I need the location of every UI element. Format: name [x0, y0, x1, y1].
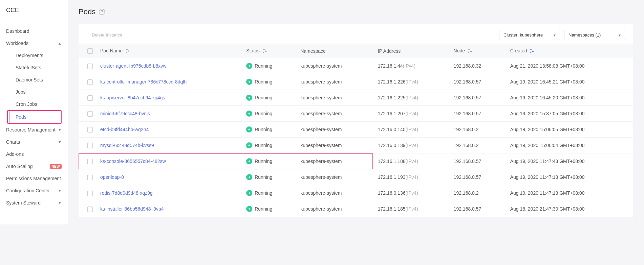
- col-status[interactable]: Status: [241, 44, 296, 58]
- pod-name-link[interactable]: minio-56f79ccc48-bvnjs: [100, 111, 150, 116]
- node-cell: 192.168.0.57: [449, 201, 506, 217]
- status-text: Running: [255, 159, 272, 164]
- status-text: Running: [255, 190, 272, 196]
- created-cell: Aug 18, 2020 21:47:30 GMT+08:00: [506, 201, 633, 217]
- sort-icon: [530, 48, 534, 54]
- chevron-down-icon: ▼: [58, 189, 62, 193]
- table-row: ks-apiserver-8b47ccb94-kg4gsRunningkubes…: [79, 90, 633, 106]
- delete-instance-button[interactable]: Delete Instance: [87, 30, 127, 40]
- toolbar: Delete Instance Cluster: kubesphere ▼ Na…: [79, 24, 633, 44]
- pod-name-link[interactable]: redis-7d8d9d9d48-xqz9g: [100, 190, 153, 196]
- namespace-filter-dropdown[interactable]: Namespaces (1) ▼: [564, 30, 625, 40]
- table-row: ks-console-8656557c84-482swRunningkubesp…: [79, 153, 633, 169]
- ip-text: 172.16.0.140: [378, 127, 406, 132]
- ip-text: 172.16.1.185: [378, 206, 406, 212]
- ip-type-text: (IPv4): [405, 127, 418, 132]
- col-ip-label: IP Address: [378, 48, 401, 54]
- sidebar-item-label: Charts: [6, 139, 20, 145]
- namespace-cell: kubesphere-system: [296, 74, 373, 90]
- row-checkbox[interactable]: [87, 95, 93, 101]
- status-text: Running: [255, 174, 272, 180]
- row-checkbox[interactable]: [87, 143, 93, 148]
- created-cell: Aug 19, 2020 15:06:04 GMT+08:00: [506, 138, 633, 153]
- col-created-label: Created: [510, 48, 527, 53]
- pod-name-link[interactable]: ks-console-8656557c84-482sw: [100, 159, 166, 164]
- help-icon[interactable]: ?: [99, 9, 105, 15]
- running-icon: [246, 190, 252, 196]
- node-cell: 192.168.0.2: [449, 122, 506, 138]
- sidebar-item-label: System Steward: [6, 200, 41, 206]
- pod-name-link[interactable]: ks-installer-86bb56d948-l9vp4: [100, 206, 164, 212]
- sidebar-item-system-steward[interactable]: System Steward▼: [6, 197, 62, 209]
- sidebar-item-add-ons[interactable]: Add-ons: [6, 148, 62, 160]
- sidebar-subitem-deployments[interactable]: Deployments: [9, 49, 62, 62]
- sidebar-item-permissions-management[interactable]: Permissions Management: [6, 172, 62, 185]
- row-checkbox[interactable]: [87, 159, 93, 164]
- pod-name-link[interactable]: ks-apiserver-8b47ccb94-kg4gs: [100, 95, 165, 100]
- table-row: minio-56f79ccc48-bvnjsRunningkubesphere-…: [79, 106, 633, 122]
- cluster-filter-dropdown[interactable]: Cluster: kubesphere ▼: [499, 30, 560, 40]
- pod-name-link[interactable]: openldap-0: [100, 174, 124, 180]
- created-cell: Aug 19, 2020 15:06:05 GMT+08:00: [506, 122, 633, 138]
- sidebar-item-configuration-center[interactable]: Configuration Center▼: [6, 185, 62, 197]
- ip-text: 172.16.0.136: [378, 190, 406, 196]
- sidebar-subitem-statefulsets[interactable]: StatefulSets: [9, 62, 62, 74]
- col-namespace-label: Namespace: [300, 48, 326, 54]
- row-checkbox[interactable]: [87, 207, 93, 212]
- col-created[interactable]: Created: [506, 44, 633, 58]
- sidebar-subitem-pods[interactable]: Pods: [9, 111, 61, 123]
- status-text: Running: [255, 143, 272, 148]
- row-checkbox[interactable]: [87, 111, 93, 117]
- ip-type-text: (IPv4): [405, 206, 418, 212]
- sidebar-subitem-cron-jobs[interactable]: Cron Jobs: [9, 98, 62, 110]
- status-text: Running: [255, 79, 272, 85]
- created-cell: Aug 21, 2020 13:58:08 GMT+08:00: [506, 58, 633, 74]
- chevron-down-icon: ▼: [553, 33, 556, 37]
- node-cell: 192.168.0.32: [449, 58, 506, 74]
- table-row: mysql-6c448d574b-kvss9Runningkubesphere-…: [79, 138, 633, 153]
- ip-text: 172.16.1.207: [378, 111, 406, 116]
- ip-type-text: (IPv4): [405, 159, 418, 164]
- row-checkbox[interactable]: [87, 64, 93, 69]
- running-icon: [246, 63, 252, 69]
- ip-type-text: (IPv4): [405, 111, 418, 116]
- sidebar-item-label: Add-ons: [6, 151, 24, 157]
- sidebar-item-resource-management[interactable]: Resource Management▼: [6, 124, 62, 136]
- select-all-checkbox[interactable]: [87, 48, 93, 54]
- row-checkbox[interactable]: [87, 191, 93, 196]
- col-node-label: Node: [454, 48, 465, 53]
- chevron-down-icon: ▼: [58, 140, 62, 144]
- app-title: CCE: [6, 7, 62, 20]
- sidebar-item-label: Auto Scaling: [6, 164, 33, 169]
- page-title: Pods: [79, 7, 95, 16]
- col-namespace[interactable]: Namespace: [296, 44, 373, 58]
- running-icon: [246, 126, 252, 132]
- node-cell: 192.168.0.57: [449, 74, 506, 90]
- sidebar-item-workloads[interactable]: Workloads▲: [6, 37, 62, 49]
- sidebar-item-auto-scaling[interactable]: Auto ScalingNEW: [6, 160, 62, 172]
- new-badge: NEW: [50, 164, 62, 169]
- col-pod-name-label: Pod Name: [100, 48, 123, 53]
- row-checkbox[interactable]: [87, 79, 93, 85]
- sidebar-item-dashboard[interactable]: Dashboard: [6, 25, 62, 37]
- sidebar-item-charts[interactable]: Charts▼: [6, 136, 62, 148]
- sidebar-item-label: Resource Management: [6, 127, 56, 132]
- ip-type-text: (IPv4): [405, 174, 418, 180]
- namespace-filter-label: Namespaces (1): [568, 32, 601, 38]
- row-checkbox[interactable]: [87, 127, 93, 132]
- cluster-filter-label: Cluster: kubesphere: [503, 32, 543, 38]
- created-cell: Aug 19, 2020 15:37:05 GMT+08:00: [506, 106, 633, 122]
- row-checkbox[interactable]: [87, 175, 93, 180]
- col-ip[interactable]: IP Address: [373, 44, 449, 58]
- sidebar-subitem-daemonsets[interactable]: DaemonSets: [9, 74, 62, 86]
- pod-name-link[interactable]: cluster-agent-fb975cdb8-b8xvw: [100, 63, 166, 69]
- sort-icon: [263, 48, 267, 54]
- pod-name-link[interactable]: ks-controller-manager-786c778ccd-8dqlh: [100, 79, 187, 85]
- col-pod-name[interactable]: Pod Name: [95, 44, 241, 58]
- pod-name-link[interactable]: etcd-b8fd444bb-wq2n4: [100, 127, 149, 132]
- node-cell: 192.168.0.57: [449, 106, 506, 122]
- sidebar-subitem-jobs[interactable]: Jobs: [9, 86, 62, 98]
- col-node[interactable]: Node: [449, 44, 506, 58]
- pod-name-link[interactable]: mysql-6c448d574b-kvss9: [100, 143, 154, 148]
- created-cell: Aug 19, 2020 11:47:43 GMT+08:00: [506, 153, 633, 169]
